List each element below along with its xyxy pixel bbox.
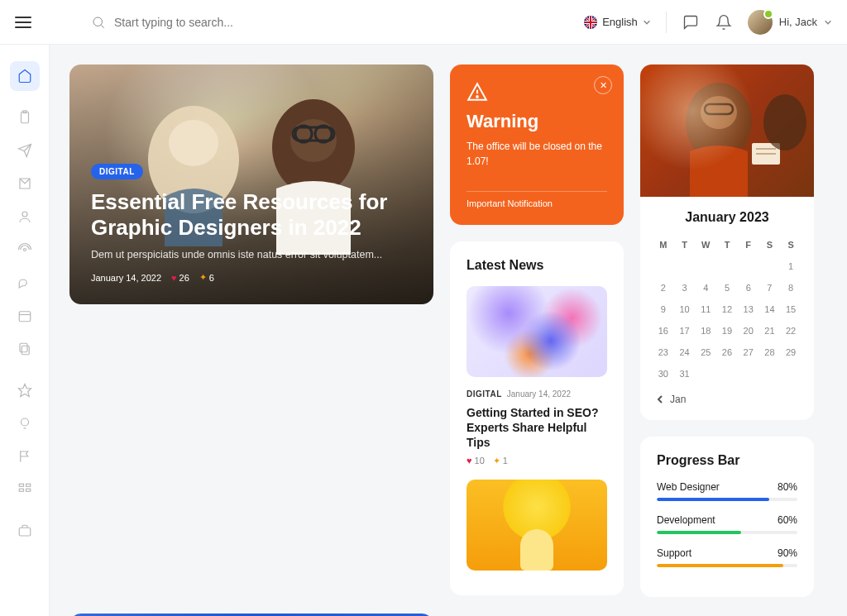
avatar — [748, 10, 773, 35]
comment-icon: ✦ — [493, 456, 500, 466]
warning-footer: Important Notification — [467, 191, 607, 208]
calendar-day[interactable]: 3 — [677, 279, 693, 296]
sidebar-home[interactable] — [10, 61, 40, 91]
calendar-day[interactable]: 27 — [740, 344, 757, 361]
calendar-day[interactable]: 23 — [655, 344, 672, 361]
calendar-day[interactable]: 12 — [719, 301, 735, 318]
sidebar-clipboard[interactable] — [10, 103, 40, 132]
divider — [666, 12, 667, 33]
svg-rect-31 — [705, 104, 733, 114]
calendar-day[interactable]: 25 — [697, 344, 714, 361]
calendar-grid: MTWTFSS123456789101112131415161718192021… — [655, 236, 799, 382]
calendar-day[interactable]: 21 — [762, 322, 778, 339]
right-column: January 2023 MTWTFSS12345678910111213141… — [640, 64, 814, 597]
calendar-day[interactable]: 22 — [782, 322, 799, 339]
svg-line-1 — [101, 25, 103, 27]
calendar-day[interactable]: 24 — [677, 344, 693, 361]
calendar-day[interactable]: 11 — [697, 301, 714, 318]
progress-item: Web Designer80% — [657, 481, 797, 501]
calendar-day[interactable]: 14 — [762, 301, 778, 318]
calendar-day[interactable]: 15 — [782, 301, 799, 318]
calendar-day[interactable]: 19 — [719, 322, 735, 339]
calendar-day[interactable]: 20 — [740, 322, 757, 339]
calendar-day[interactable]: 4 — [697, 279, 714, 296]
calendar-day[interactable]: 1 — [782, 258, 799, 275]
sidebar-broadcast[interactable] — [10, 235, 40, 265]
sidebar-apps[interactable] — [10, 475, 40, 504]
article-tag: DIGITAL — [91, 164, 143, 179]
article-excerpt: Dem ut perspiciatis unde omnis iste natu… — [91, 249, 412, 260]
progress-label: Development — [657, 514, 715, 526]
chat-icon[interactable] — [682, 13, 700, 31]
chevron-down-icon — [643, 18, 651, 26]
svg-rect-16 — [26, 484, 30, 486]
calendar-title: January 2023 — [655, 210, 799, 225]
calendar-day[interactable]: 17 — [677, 322, 693, 339]
svg-point-28 — [476, 96, 478, 98]
calendar-day[interactable]: 26 — [719, 344, 735, 361]
news-headline[interactable]: Getting Started in SEO? Experts Share He… — [467, 405, 607, 451]
svg-rect-32 — [752, 143, 780, 165]
language-selector[interactable]: English — [584, 16, 651, 29]
search-input[interactable] — [114, 16, 329, 29]
layout: DIGITAL Essential Free Resources forGrap… — [0, 45, 847, 616]
alert-triangle-icon — [467, 81, 488, 103]
calendar-day[interactable]: 10 — [677, 301, 693, 318]
warning-card: ✕ Warning The office will be closed on t… — [450, 64, 624, 225]
calendar-day[interactable]: 16 — [655, 322, 672, 339]
progress-item: Support90% — [657, 547, 797, 567]
news-thumbnail[interactable] — [467, 286, 607, 377]
sidebar-chat[interactable] — [10, 268, 40, 298]
sidebar-lightbulb[interactable] — [10, 408, 40, 438]
calendar-day[interactable]: 31 — [677, 365, 693, 382]
progress-track — [657, 531, 797, 534]
calendar-day[interactable]: 6 — [740, 279, 757, 296]
sidebar-send[interactable] — [10, 136, 40, 165]
sidebar-mail[interactable] — [10, 169, 40, 198]
progress-pct: 60% — [778, 514, 797, 526]
calendar-day[interactable]: 13 — [740, 301, 757, 318]
calendar-day[interactable]: 28 — [762, 344, 778, 361]
progress-label: Web Designer — [657, 481, 720, 493]
sidebar-user[interactable] — [10, 202, 40, 232]
heart-icon: ♥ — [171, 273, 177, 283]
svg-point-21 — [169, 120, 218, 166]
svg-point-35 — [763, 94, 806, 150]
calendar-day[interactable]: 30 — [655, 365, 672, 382]
svg-rect-7 — [19, 312, 31, 322]
svg-rect-24 — [293, 127, 334, 141]
sidebar-star[interactable] — [10, 375, 40, 405]
close-icon[interactable]: ✕ — [594, 76, 612, 94]
calendar-day[interactable]: 7 — [762, 279, 778, 296]
calendar-day[interactable]: 18 — [697, 322, 714, 339]
calendar-day[interactable]: 29 — [782, 344, 799, 361]
chevron-down-icon — [824, 18, 832, 26]
article-date: January 14, 2022 — [91, 273, 161, 283]
user-menu[interactable]: Hi, Jack — [748, 10, 832, 35]
calendar-day[interactable]: 8 — [782, 279, 799, 296]
calendar-prev[interactable]: Jan — [655, 394, 799, 405]
calendar-day[interactable]: 5 — [719, 279, 735, 296]
calendar-day[interactable]: 9 — [655, 301, 672, 318]
top-right: English Hi, Jack — [584, 10, 832, 35]
calendar-day[interactable]: 2 — [655, 279, 672, 296]
progress-item: Development60% — [657, 514, 797, 534]
svg-rect-15 — [19, 484, 23, 486]
progress-label: Support — [657, 547, 691, 559]
sidebar-calendar[interactable] — [10, 301, 40, 331]
news-thumbnail[interactable] — [467, 480, 607, 571]
sidebar-copy[interactable] — [10, 334, 40, 364]
calendar-illustration — [640, 64, 814, 197]
mid-column: ✕ Warning The office will be closed on t… — [450, 64, 624, 597]
svg-point-12 — [21, 418, 28, 426]
progress-title: Progress Bar — [657, 453, 797, 468]
progress-pct: 80% — [778, 481, 797, 493]
svg-rect-9 — [22, 346, 29, 355]
hamburger-menu-icon[interactable] — [15, 17, 31, 28]
sidebar-briefcase[interactable] — [10, 516, 40, 546]
calendar-card: January 2023 MTWTFSS12345678910111213141… — [640, 64, 814, 420]
sidebar-flag[interactable] — [10, 442, 40, 471]
bell-icon[interactable] — [715, 13, 733, 31]
warning-title: Warning — [467, 111, 607, 132]
featured-article[interactable]: DIGITAL Essential Free Resources forGrap… — [69, 64, 433, 304]
